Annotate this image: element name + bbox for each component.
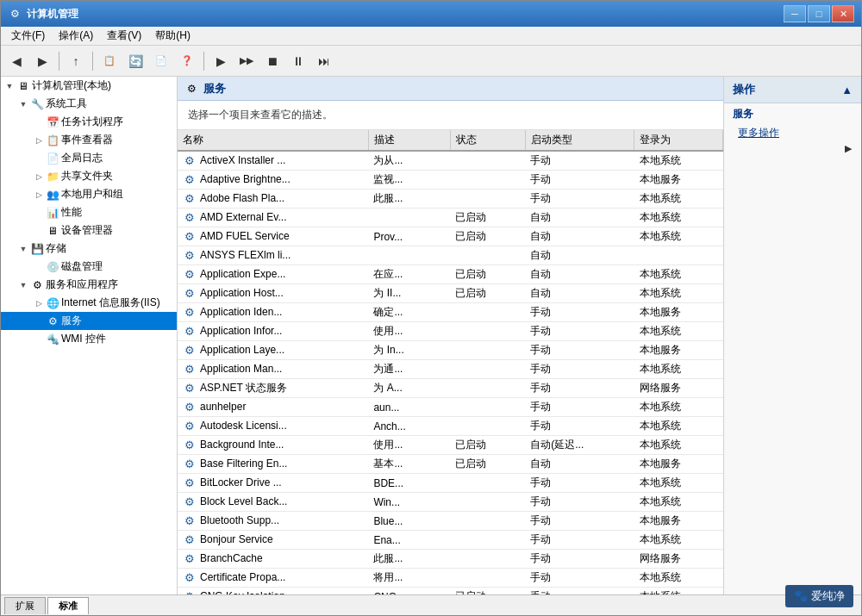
table-row[interactable]: ⚙Block Level Back...Win...手动本地系统 <box>178 493 723 512</box>
service-name: Application Iden... <box>200 306 282 318</box>
tree-services-apps[interactable]: ▼ ⚙ 服务和应用程序 <box>1 276 177 294</box>
service-startup: 手动 <box>525 379 634 398</box>
table-row[interactable]: ⚙Bluetooth Supp...Blue...手动本地服务 <box>178 512 723 531</box>
tree-scheduler[interactable]: ▷ 📅 任务计划程序 <box>1 113 177 131</box>
table-row[interactable]: ⚙Adaptive Brightne...监视...手动本地服务 <box>178 171 723 190</box>
menu-help[interactable]: 帮助(H) <box>148 27 197 45</box>
table-row[interactable]: ⚙ANSYS FLEXlm li...自动 <box>178 246 723 265</box>
table-row[interactable]: ⚙ActiveX Installer ...为从...手动本地系统 <box>178 151 723 171</box>
back-button[interactable]: ◀ <box>4 49 28 73</box>
services-panel-title: 服务 <box>203 81 226 96</box>
col-desc[interactable]: 描述 <box>368 130 450 151</box>
tree-local-users[interactable]: ▷ 👥 本地用户和组 <box>1 185 177 203</box>
tree-wmi[interactable]: ▷ 🔩 WMI 控件 <box>1 330 177 348</box>
col-name[interactable]: 名称 <box>178 130 368 151</box>
service-icon: ⚙ <box>183 343 197 357</box>
tree-root[interactable]: ▼ 🖥 计算机管理(本地) <box>1 77 177 95</box>
tree-system-tools[interactable]: ▼ 🔧 系统工具 <box>1 95 177 113</box>
show-hide-button[interactable]: 📋 <box>97 49 122 73</box>
service-status <box>450 171 525 190</box>
tree-iis[interactable]: ▷ 🌐 Internet 信息服务(IIS) <box>1 294 177 312</box>
right-panel: ⚙ 服务 选择一个项目来查看它的描述。 名称 描述 状态 启动类型 <box>178 77 861 594</box>
service-desc: 监视... <box>368 171 450 190</box>
table-row[interactable]: ⚙Application Man...为通...手动本地系统 <box>178 360 723 379</box>
table-row[interactable]: ⚙Application Expe...在应...已启动自动本地系统 <box>178 265 723 284</box>
service-name: Application Infor... <box>200 325 282 337</box>
resume-service-button[interactable]: ⏭ <box>312 49 336 73</box>
service-startup: 自动 <box>525 227 634 246</box>
table-row[interactable]: ⚙Base Filtering En...基本...已启动自动本地服务 <box>178 455 723 474</box>
table-row[interactable]: ⚙ASP.NET 状态服务为 A...手动网络服务 <box>178 379 723 398</box>
table-row[interactable]: ⚙Adobe Flash Pla...此服...手动本地系统 <box>178 190 723 208</box>
service-logon: 本地系统 <box>634 417 723 436</box>
help-button[interactable]: ❓ <box>175 49 199 73</box>
service-name: BitLocker Drive ... <box>200 476 282 488</box>
tree-device-manager[interactable]: ▷ 🖥 设备管理器 <box>1 221 177 240</box>
tree-services[interactable]: ▷ ⚙ 服务 <box>1 312 177 330</box>
service-desc <box>368 208 450 227</box>
table-row[interactable]: ⚙aunhelperaun...手动本地系统 <box>178 398 723 417</box>
table-row[interactable]: ⚙Certificate Propa...将用...手动本地系统 <box>178 569 723 588</box>
diskmgmt-label: 磁盘管理 <box>61 259 103 274</box>
service-name: AMD External Ev... <box>200 211 286 223</box>
col-logon[interactable]: 登录为 <box>634 130 723 151</box>
actions-title: 操作 <box>733 82 755 97</box>
diskmgmt-icon: 💿 <box>46 260 59 274</box>
col-status[interactable]: 状态 <box>450 130 525 151</box>
table-row[interactable]: ⚙Application Infor...使用...手动本地系统 <box>178 322 723 341</box>
start-service2-button[interactable]: ▶▶ <box>234 49 259 73</box>
table-row[interactable]: ⚙AMD FUEL ServiceProv...已启动自动本地系统 <box>178 227 723 246</box>
service-startup: 手动 <box>525 512 634 531</box>
services-table-container[interactable]: 名称 描述 状态 启动类型 登录为 ⚙ActiveX Installer ...… <box>178 130 723 594</box>
service-icon: ⚙ <box>183 551 197 565</box>
up-button[interactable]: ↑ <box>64 49 88 73</box>
service-icon: ⚙ <box>183 229 197 243</box>
wmi-icon: 🔩 <box>46 333 59 346</box>
svcapps-icon: ⚙ <box>30 278 44 292</box>
service-name: Adaptive Brightne... <box>200 173 290 185</box>
table-row[interactable]: ⚙Application Host...为 II...已启动自动本地系统 <box>178 284 723 303</box>
maximize-button[interactable]: □ <box>808 5 830 22</box>
close-button[interactable]: ✕ <box>832 5 854 22</box>
table-row[interactable]: ⚙BranchCache此服...手动网络服务 <box>178 550 723 569</box>
service-logon: 本地系统 <box>634 569 723 588</box>
menu-action[interactable]: 操作(A) <box>52 27 100 45</box>
table-row[interactable]: ⚙Bonjour ServiceEna...手动本地系统 <box>178 531 723 550</box>
start-service-button[interactable]: ▶ <box>209 49 233 73</box>
tree-storage[interactable]: ▼ 💾 存储 <box>1 240 177 258</box>
service-logon: 本地系统 <box>634 398 723 417</box>
table-row[interactable]: ⚙Autodesk Licensi...Anch...手动本地系统 <box>178 417 723 436</box>
svcapps-expand-icon: ▼ <box>16 278 30 292</box>
systools-icon: 🔧 <box>30 97 44 111</box>
service-startup: 手动 <box>525 322 634 341</box>
forward-button[interactable]: ▶ <box>30 49 54 73</box>
pause-service-button[interactable]: ⏸ <box>286 49 310 73</box>
minimize-button[interactable]: ─ <box>784 5 806 22</box>
service-logon: 网络服务 <box>634 379 723 398</box>
table-row[interactable]: ⚙BitLocker Drive ...BDE...手动本地系统 <box>178 474 723 493</box>
menu-view[interactable]: 查看(V) <box>100 27 148 45</box>
refresh-button[interactable]: 🔄 <box>123 49 147 73</box>
tab-standard[interactable]: 标准 <box>47 597 89 614</box>
tab-expand[interactable]: 扩展 <box>4 597 46 614</box>
service-name: AMD FUEL Service <box>200 230 290 242</box>
col-startup[interactable]: 启动类型 <box>525 130 634 151</box>
properties-button[interactable]: 📄 <box>149 49 173 73</box>
table-row[interactable]: ⚙CNG Key IsolationCNG...已启动手动本地系统 <box>178 588 723 595</box>
tree-global-log[interactable]: ▷ 📄 全局日志 <box>1 149 177 167</box>
stop-service-button[interactable]: ⏹ <box>260 49 284 73</box>
tree-event-viewer[interactable]: ▷ 📋 事件查看器 <box>1 131 177 149</box>
menu-file[interactable]: 文件(F) <box>4 27 52 45</box>
tree-shared-folders[interactable]: ▷ 📁 共享文件夹 <box>1 167 177 185</box>
table-row[interactable]: ⚙Background Inte...使用...已启动自动(延迟...本地系统 <box>178 436 723 455</box>
actions-more-operations[interactable]: 更多操作 <box>724 123 861 143</box>
table-row[interactable]: ⚙Application Laye...为 In...手动本地服务 <box>178 341 723 360</box>
tree-disk-mgmt[interactable]: ▷ 💿 磁盘管理 <box>1 258 177 276</box>
devicemgr-icon: 🖥 <box>46 224 59 238</box>
table-row[interactable]: ⚙Application Iden...确定...手动本地服务 <box>178 303 723 322</box>
tree-performance[interactable]: ▷ 📊 性能 <box>1 203 177 221</box>
service-status <box>450 398 525 417</box>
service-desc <box>368 246 450 265</box>
table-row[interactable]: ⚙AMD External Ev...已启动自动本地系统 <box>178 208 723 227</box>
service-logon: 本地系统 <box>634 360 723 379</box>
